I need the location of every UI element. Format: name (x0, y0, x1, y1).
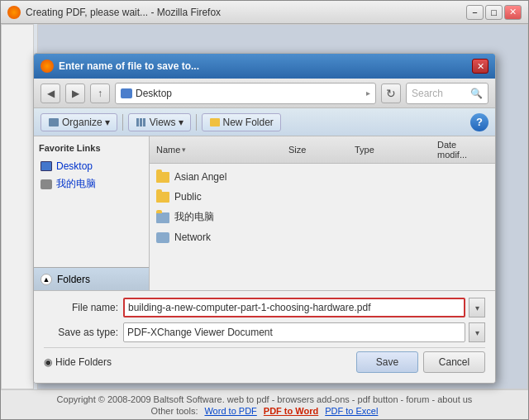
organize-label: Organize (62, 117, 102, 128)
savetype-input[interactable] (123, 322, 465, 342)
views-label: Views (150, 117, 176, 128)
save-button[interactable]: Save (356, 351, 418, 373)
file-items-list: Asian Angel Public (150, 164, 495, 290)
favorite-links-title: Favorite Links (39, 143, 144, 153)
location-bar[interactable]: Desktop ▸ (115, 83, 376, 104)
browser-controls: − □ ✕ (466, 5, 522, 20)
favorite-computer-label: 我的电脑 (56, 177, 96, 191)
left-panel: Favorite Links Desktop 我的电脑 ▲ (34, 136, 150, 290)
browser-title: Creating PDF, please wait... - Mozilla F… (26, 7, 221, 18)
new-folder-icon (209, 117, 221, 128)
location-text: Desktop (136, 88, 363, 99)
new-folder-label: New Folder (223, 117, 274, 128)
dialog-firefox-icon (41, 60, 54, 73)
action-row: ◉ Hide Folders Save Cancel (44, 347, 485, 376)
search-placeholder: Search (412, 88, 467, 99)
firefox-icon (7, 6, 21, 19)
desktop-icon (41, 161, 52, 171)
cancel-button[interactable]: Cancel (423, 351, 485, 373)
dialog-title-text: Enter name of file to save to... (59, 60, 199, 72)
file-list-header: Name ▾ Size Type Date modif... (150, 136, 495, 164)
favorite-item-computer[interactable]: 我的电脑 (39, 174, 144, 193)
search-icon[interactable]: 🔍 (470, 88, 483, 99)
views-arrow-icon: ▾ (179, 117, 183, 128)
status-links: Other tools: Word to PDF PDF to Word PDF… (151, 406, 379, 416)
dialog-container: Enter name of file to save to... ✕ ◀ ▶ ↑… (1, 47, 528, 389)
back-button[interactable]: ◀ (41, 84, 60, 103)
file-name-asian-angel: Asian Angel (174, 171, 290, 183)
organize-arrow-icon: ▾ (105, 117, 110, 128)
savetype-row: Save as type: ▾ (44, 322, 485, 342)
favorite-item-desktop[interactable]: Desktop (39, 158, 144, 174)
file-item-asian-angel[interactable]: Asian Angel (150, 167, 495, 187)
column-header-name[interactable]: Name ▾ (156, 140, 288, 160)
file-name-public: Public (174, 191, 290, 203)
content-area: Favorite Links Desktop 我的电脑 ▲ (34, 136, 495, 290)
file-list: Name ▾ Size Type Date modif... (150, 136, 495, 290)
favorite-links: Favorite Links Desktop 我的电脑 (34, 136, 149, 267)
status-link-pdf-to-word[interactable]: PDF to Word (264, 406, 318, 416)
status-link-pdf-to-excel[interactable]: PDF to Excel (325, 406, 378, 416)
maximize-button[interactable]: □ (485, 5, 503, 20)
file-name-my-computer: 我的电脑 (174, 210, 290, 224)
nav-bar: ◀ ▶ ↑ Desktop ▸ ↻ Search 🔍 (34, 79, 495, 108)
file-name-network: Network (174, 231, 290, 243)
filename-input[interactable] (123, 298, 465, 317)
filename-row: File name: ▾ (44, 298, 485, 317)
column-header-type[interactable]: Type (355, 140, 437, 160)
new-folder-button[interactable]: New Folder (202, 113, 281, 131)
file-item-network[interactable]: Network (150, 227, 495, 247)
sort-arrow-icon: ▾ (182, 146, 186, 154)
dialog-close-button[interactable]: ✕ (472, 59, 488, 74)
column-header-size[interactable]: Size (288, 140, 355, 160)
status-link-word-to-pdf[interactable]: Word to PDF (204, 406, 256, 416)
hide-folders-icon: ◉ (44, 356, 52, 368)
browser-window: Creating PDF, please wait... - Mozilla F… (0, 0, 529, 420)
favorite-desktop-label: Desktop (56, 160, 93, 172)
savetype-dropdown-button[interactable]: ▾ (469, 322, 485, 342)
computer-icon (41, 179, 52, 189)
dialog-toolbar: Organize ▾ Views ▾ (34, 108, 495, 136)
toolbar-separator-2 (196, 114, 197, 131)
forward-button[interactable]: ▶ (65, 84, 85, 103)
folder-icon-asian-angel (156, 170, 169, 184)
folders-label: Folders (57, 274, 90, 285)
browser-content: Enter name of file to save to... ✕ ◀ ▶ ↑… (1, 24, 528, 389)
folders-toggle-icon: ▲ (41, 274, 52, 285)
save-file-dialog: Enter name of file to save to... ✕ ◀ ▶ ↑… (33, 53, 496, 384)
network-icon-network (156, 231, 169, 244)
location-arrow-icon: ▸ (366, 88, 370, 98)
organize-icon (48, 117, 60, 128)
refresh-button[interactable]: ↻ (381, 84, 401, 103)
hide-folders-button[interactable]: ◉ Hide Folders (44, 356, 112, 368)
organize-button[interactable]: Organize ▾ (41, 113, 117, 131)
views-button[interactable]: Views ▾ (128, 113, 191, 131)
computer-icon-my-computer (156, 211, 169, 224)
savetype-input-wrap: ▾ (123, 322, 485, 342)
toolbar-separator-1 (122, 114, 123, 131)
column-header-date[interactable]: Date modif... (437, 140, 488, 160)
dialog-title-left: Enter name of file to save to... (41, 60, 199, 73)
dialog-titlebar: Enter name of file to save to... ✕ (34, 54, 495, 79)
folder-icon-public (156, 190, 169, 203)
browser-statusbar: Copyright © 2008-2009 Baltsoft Software.… (1, 389, 528, 419)
filename-dropdown-button[interactable]: ▾ (469, 298, 485, 317)
hide-folders-label: Hide Folders (55, 356, 112, 368)
search-bar[interactable]: Search 🔍 (406, 83, 488, 104)
browser-titlebar: Creating PDF, please wait... - Mozilla F… (1, 1, 528, 24)
folders-section[interactable]: ▲ Folders (34, 267, 149, 290)
minimize-button[interactable]: − (466, 5, 484, 20)
location-icon (121, 88, 132, 98)
filename-label: File name: (44, 302, 118, 313)
close-button[interactable]: ✕ (504, 5, 522, 20)
savetype-label: Save as type: (44, 327, 118, 338)
file-item-public[interactable]: Public (150, 187, 495, 207)
views-icon (136, 117, 147, 128)
bottom-section: File name: ▾ Save as type: ▾ (34, 290, 495, 383)
browser-title-left: Creating PDF, please wait... - Mozilla F… (7, 6, 221, 19)
help-button[interactable]: ? (470, 113, 488, 131)
up-button[interactable]: ↑ (90, 84, 110, 103)
other-tools-label: Other tools: (151, 406, 198, 416)
file-item-my-computer[interactable]: 我的电脑 (150, 207, 495, 227)
filename-input-wrap: ▾ (123, 298, 485, 317)
